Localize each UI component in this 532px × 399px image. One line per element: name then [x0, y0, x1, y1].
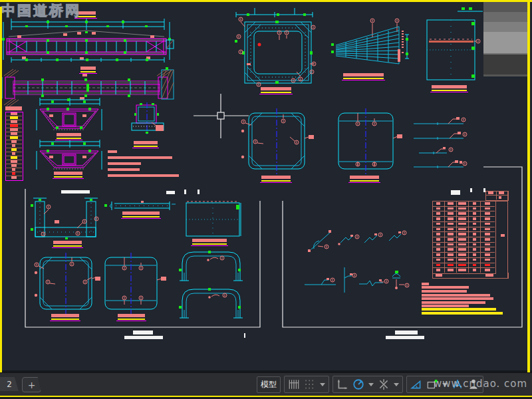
pipe-section-type2-lower: [105, 253, 166, 314]
viewport-borders: [25, 167, 522, 327]
annotation-group: [406, 376, 483, 393]
isodraft-icon[interactable]: [410, 378, 422, 390]
cover-channel-sections: [179, 251, 243, 318]
watermark-top-left: 中国道桥网: [1, 1, 81, 20]
crosshair-cursor: [194, 94, 249, 138]
cad-linework: [0, 0, 532, 370]
portal-elevation-right: [37, 98, 102, 130]
add-layout-tab-label: +: [28, 380, 36, 390]
application-window: 中国道桥网 2 + 模型: [0, 0, 532, 399]
beam-elevation-drawing: [2, 19, 174, 63]
sheet-border-right: [527, 0, 530, 397]
pipe-section-type2: [338, 108, 402, 174]
beam-elevation-labels: [17, 32, 154, 60]
drawing-canvas[interactable]: 中国道桥网: [0, 0, 532, 370]
layout-tabs: 2 +: [0, 377, 41, 392]
statusbar-toggles: 模型: [257, 376, 483, 393]
tracking-group: [332, 376, 403, 393]
beam-plan-drawing: [2, 67, 174, 106]
polar-tracking-icon[interactable]: [352, 378, 364, 390]
dropdown-caret-icon[interactable]: [442, 383, 448, 386]
ortho-icon[interactable]: [336, 378, 348, 390]
osnap-tracking-icon[interactable]: [378, 378, 390, 390]
annotation-visibility-icon[interactable]: [426, 378, 438, 390]
snap-grid-group: [284, 376, 329, 393]
rebar-shape-details: [305, 230, 409, 293]
layout-tab-label: 2: [7, 380, 12, 389]
rebar-bar-details: [414, 117, 467, 168]
wing-wall-plan: [331, 19, 409, 64]
sheet-border-top: [0, 0, 532, 2]
sheet-border-left: [0, 7, 2, 397]
pipe-section-type1-lower: [35, 253, 100, 314]
rebar-mesh-elevation: [427, 7, 483, 80]
dropdown-caret-icon[interactable]: [368, 383, 374, 386]
portal-cross-section: [132, 102, 164, 134]
dropdown-caret-icon[interactable]: [394, 383, 399, 386]
layout-tab[interactable]: 2: [0, 377, 19, 391]
dropdown-caret-icon[interactable]: [320, 383, 325, 386]
rebar-mesh-plan: [186, 201, 241, 236]
portal-elevation-left: [37, 140, 102, 170]
rebar-strip-plan: [104, 201, 176, 210]
workspace-person-icon[interactable]: [467, 378, 479, 390]
model-button[interactable]: 模型: [257, 376, 281, 393]
annotation-scale-icon[interactable]: [452, 378, 464, 390]
u-channel-section: [31, 198, 98, 239]
pipe-section-type1: [241, 108, 314, 174]
statusbar: 2 + 模型 www: [0, 372, 532, 396]
add-layout-tab[interactable]: +: [22, 377, 41, 392]
grey-raster-artifact: [483, 2, 527, 76]
box-culvert-section: [235, 8, 316, 86]
grid-dots-icon[interactable]: [304, 378, 316, 390]
snap-grid-icon[interactable]: [288, 378, 300, 390]
